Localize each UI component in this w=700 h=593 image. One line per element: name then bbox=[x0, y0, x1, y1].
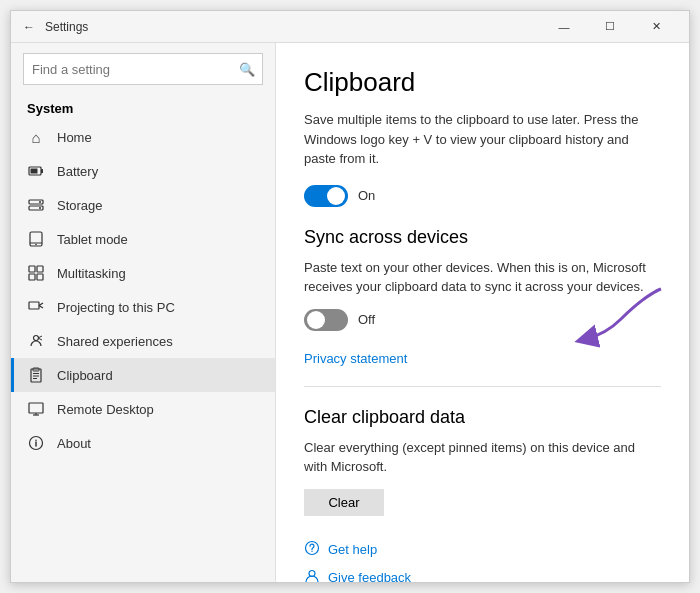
system-label: System bbox=[11, 95, 275, 120]
sync-toggle[interactable] bbox=[304, 309, 348, 331]
home-icon: ⌂ bbox=[27, 128, 45, 146]
sidebar-item-storage[interactable]: Storage bbox=[11, 188, 275, 222]
multitasking-icon bbox=[27, 264, 45, 282]
svg-rect-14 bbox=[29, 302, 39, 309]
svg-point-6 bbox=[39, 207, 41, 209]
clear-button[interactable]: Clear bbox=[304, 489, 384, 516]
page-description: Save multiple items to the clipboard to … bbox=[304, 110, 661, 169]
sidebar-item-tablet-mode[interactable]: Tablet mode bbox=[11, 222, 275, 256]
sidebar-label-clipboard: Clipboard bbox=[57, 368, 113, 383]
minimize-button[interactable]: — bbox=[541, 11, 587, 43]
tablet-icon bbox=[27, 230, 45, 248]
close-button[interactable]: ✕ bbox=[633, 11, 679, 43]
sidebar-label-remote: Remote Desktop bbox=[57, 402, 154, 417]
sidebar-item-about[interactable]: About bbox=[11, 426, 275, 460]
sidebar-item-shared-experiences[interactable]: Shared experiences bbox=[11, 324, 275, 358]
storage-icon bbox=[27, 196, 45, 214]
search-container: 🔍 bbox=[23, 53, 263, 85]
svg-point-9 bbox=[35, 244, 37, 246]
back-button[interactable]: ← bbox=[21, 19, 37, 35]
sidebar-label-battery: Battery bbox=[57, 164, 98, 179]
about-icon bbox=[27, 434, 45, 452]
search-input[interactable] bbox=[23, 53, 263, 85]
sync-title: Sync across devices bbox=[304, 227, 661, 248]
give-feedback-link[interactable]: Give feedback bbox=[304, 568, 661, 583]
sidebar-item-multitasking[interactable]: Multitasking bbox=[11, 256, 275, 290]
svg-rect-2 bbox=[31, 169, 38, 174]
sidebar-label-shared: Shared experiences bbox=[57, 334, 173, 349]
titlebar-controls: — ☐ ✕ bbox=[541, 11, 679, 43]
clipboard-icon bbox=[27, 366, 45, 384]
sync-toggle-container: Off bbox=[304, 309, 661, 331]
remote-desktop-icon bbox=[27, 400, 45, 418]
clipboard-toggle-row: On bbox=[304, 185, 661, 207]
page-title: Clipboard bbox=[304, 67, 661, 98]
sidebar-item-clipboard[interactable]: Clipboard bbox=[11, 358, 275, 392]
svg-rect-13 bbox=[37, 274, 43, 280]
settings-window: ← Settings — ☐ ✕ 🔍 System ⌂ Home bbox=[10, 10, 690, 583]
sidebar: 🔍 System ⌂ Home Battery bbox=[11, 43, 276, 582]
privacy-statement-link[interactable]: Privacy statement bbox=[304, 351, 661, 366]
sidebar-label-multitasking: Multitasking bbox=[57, 266, 126, 281]
main-content: Clipboard Save multiple items to the cli… bbox=[276, 43, 689, 582]
sync-toggle-row: Off bbox=[304, 309, 661, 331]
titlebar-left: ← Settings bbox=[21, 19, 88, 35]
svg-rect-12 bbox=[29, 274, 35, 280]
clear-title: Clear clipboard data bbox=[304, 407, 661, 428]
content-area: 🔍 System ⌂ Home Battery bbox=[11, 43, 689, 582]
battery-icon bbox=[27, 162, 45, 180]
titlebar-title: Settings bbox=[45, 20, 88, 34]
toggle-thumb bbox=[327, 187, 345, 205]
give-feedback-icon bbox=[304, 568, 320, 583]
get-help-label: Get help bbox=[328, 542, 377, 557]
sidebar-item-home[interactable]: ⌂ Home bbox=[11, 120, 275, 154]
svg-rect-1 bbox=[41, 169, 43, 173]
clipboard-toggle[interactable] bbox=[304, 185, 348, 207]
sync-toggle-label: Off bbox=[358, 312, 375, 327]
sidebar-label-tablet: Tablet mode bbox=[57, 232, 128, 247]
sidebar-label-about: About bbox=[57, 436, 91, 451]
sync-description: Paste text on your other devices. When t… bbox=[304, 258, 661, 297]
search-icon: 🔍 bbox=[239, 62, 255, 77]
section-divider bbox=[304, 386, 661, 387]
svg-point-33 bbox=[311, 550, 312, 551]
sidebar-item-remote-desktop[interactable]: Remote Desktop bbox=[11, 392, 275, 426]
titlebar: ← Settings — ☐ ✕ bbox=[11, 11, 689, 43]
sidebar-label-storage: Storage bbox=[57, 198, 103, 213]
svg-point-30 bbox=[35, 439, 37, 441]
svg-point-17 bbox=[34, 336, 39, 341]
clipboard-toggle-label: On bbox=[358, 188, 375, 203]
svg-rect-10 bbox=[29, 266, 35, 272]
sidebar-label-home: Home bbox=[57, 130, 92, 145]
svg-rect-25 bbox=[29, 403, 43, 413]
footer-links: Get help Give feedback bbox=[304, 540, 661, 583]
svg-rect-11 bbox=[37, 266, 43, 272]
sidebar-item-projecting[interactable]: Projecting to this PC bbox=[11, 290, 275, 324]
shared-icon bbox=[27, 332, 45, 350]
get-help-icon bbox=[304, 540, 320, 560]
projecting-icon bbox=[27, 298, 45, 316]
sync-toggle-thumb bbox=[307, 311, 325, 329]
sidebar-label-projecting: Projecting to this PC bbox=[57, 300, 175, 315]
svg-point-5 bbox=[39, 201, 41, 203]
maximize-button[interactable]: ☐ bbox=[587, 11, 633, 43]
sidebar-item-battery[interactable]: Battery bbox=[11, 154, 275, 188]
get-help-link[interactable]: Get help bbox=[304, 540, 661, 560]
give-feedback-label: Give feedback bbox=[328, 570, 411, 582]
clear-description: Clear everything (except pinned items) o… bbox=[304, 438, 661, 477]
